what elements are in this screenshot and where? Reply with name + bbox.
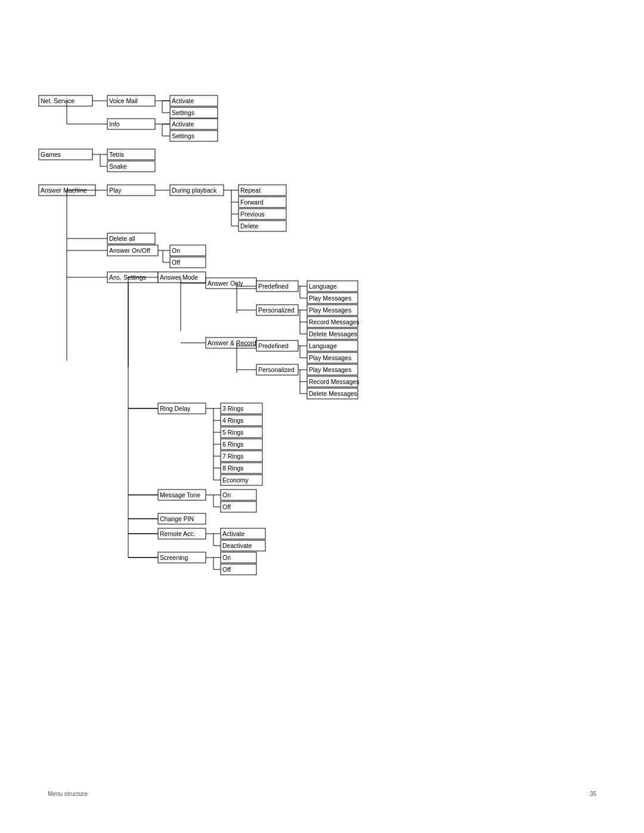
on2-label: On [222,491,231,498]
delete-all-label: Delete all [109,235,135,242]
off3-label: Off [222,566,231,573]
during-playback-label: During playback [172,187,217,194]
delete-label: Delete [240,222,259,230]
remote-acc-label: Remote Acc. [160,530,196,537]
menu-diagram: text { font-family: Arial, Helvetica, sa… [36,92,608,605]
play-messages4-label: Play Messages [309,366,351,373]
record-messages1-label: Record Messages [309,318,360,326]
play-messages3-label: Play Messages [309,354,351,361]
previous-label: Previous [240,210,265,218]
personalized2-label: Personalized [258,366,295,373]
rings8-label: 8 Rings [222,465,244,472]
info-label: Info [109,120,120,128]
play-label: Play [109,187,122,194]
games-label: Games [41,151,61,158]
answer-mode-label: Answer Mode [160,274,198,281]
answer-record-label: Answer & Record [208,339,256,346]
settings2-label: Settings [172,132,194,140]
rings5-label: 5 Rings [222,429,244,436]
language1-label: Language [309,283,337,290]
rings4-label: 4 Rings [222,417,244,424]
activate1-label: Activate [172,97,194,104]
play-messages2-label: Play Messages [309,306,351,314]
predefined1-label: Predefined [258,283,289,290]
personalized1-label: Personalized [258,306,295,314]
forward-label: Forward [240,199,264,206]
voice-mail-label: Voice Mail [109,97,138,104]
activate3-label: Activate [222,530,245,537]
rings6-label: 6 Rings [222,441,244,448]
rings3-label: 3 Rings [222,405,244,412]
deactivate-label: Deactivate [222,542,252,549]
language2-label: Language [309,342,337,349]
screening-label: Screening [160,554,188,561]
on1-label: On [172,247,180,254]
message-tone-label: Message Tone [160,491,200,498]
tetris-label: Tetris [109,151,124,158]
economy-label: Economy [222,476,249,484]
footer-left: Menu structure [48,791,88,797]
delete-messages1-label: Delete Messages [309,330,357,337]
footer-right: 35 [590,791,596,797]
off1-label: Off [172,259,180,266]
activate2-label: Activate [172,120,194,128]
predefined2-label: Predefined [258,342,289,349]
on3-label: On [222,554,231,561]
off2-label: Off [222,503,231,510]
net-service-label: Net. Service [41,97,75,104]
rings7-label: 7 Rings [222,453,244,460]
record-messages2-label: Record Messages [309,378,360,385]
play-messages1-label: Play Messages [309,295,351,302]
change-pin-label: Change PIN [160,515,194,522]
snake-label: Snake [109,163,127,170]
delete-messages2-label: Delete Messages [309,390,357,397]
settings1-label: Settings [172,109,194,116]
answer-onoff-label: Answer On/Off [109,247,150,254]
answer-only-label: Answer Only [208,280,243,287]
repeat-label: Repeat [240,187,261,194]
footer: Menu structure 35 [48,791,596,797]
ring-delay-label: Ring Delay [160,405,191,412]
